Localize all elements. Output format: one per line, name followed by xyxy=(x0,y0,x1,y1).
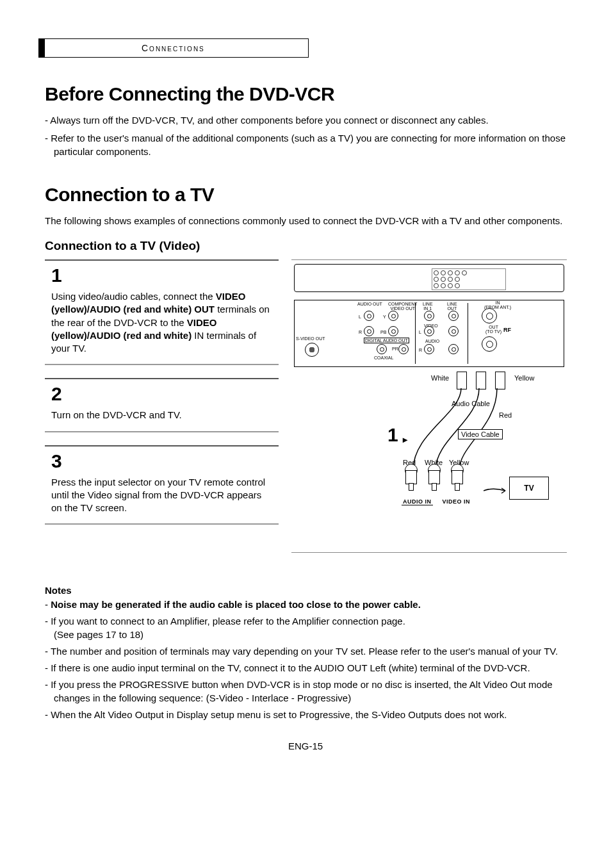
label-white-top: White xyxy=(431,374,449,382)
audio-out-r-jack xyxy=(364,326,374,336)
label-line-out: LINE OUT xyxy=(447,302,457,311)
step-1-number: 1 xyxy=(51,265,272,286)
plug-bottom-yellow xyxy=(452,470,462,491)
top-plug-group xyxy=(457,372,505,389)
note-item: If you want to connect to an Amplifier, … xyxy=(45,615,566,641)
label-l: L xyxy=(359,315,361,319)
note-item: When the Alt Video Output in Display set… xyxy=(45,708,566,721)
tv-box: TV xyxy=(509,477,549,500)
label-s-video: S-VIDEO OUT xyxy=(296,336,325,341)
rf-out-jack xyxy=(482,336,497,352)
label-audio: AUDIO xyxy=(425,339,439,343)
digital-audio-jack xyxy=(377,344,387,354)
plug-bottom-red xyxy=(405,470,416,491)
step-3-number: 3 xyxy=(51,450,272,472)
label-pb: PB xyxy=(380,330,386,334)
step-1-block: 1 Using video/audio cables, connect the … xyxy=(45,259,279,365)
plug-top-yellow xyxy=(495,372,505,389)
label-audio-in: AUDIO IN xyxy=(402,498,433,505)
plug-bottom-white xyxy=(428,470,439,491)
label-r2: R xyxy=(419,348,422,352)
tv-arrow xyxy=(484,487,509,488)
following-text: The following shows examples of connecti… xyxy=(45,215,566,227)
step-marker-1: 1 xyxy=(387,424,398,446)
note-item: If you press the PROGRESSIVE button when… xyxy=(45,678,566,705)
cable-area: 1 Audio Cable Red Video Cable Red White … xyxy=(387,388,560,491)
label-yellow-top: Yellow xyxy=(514,374,534,382)
intro-bullet: Refer to the user's manual of the additi… xyxy=(45,132,566,158)
step-2-text: Turn on the DVD-VCR and TV. xyxy=(51,409,272,422)
section-tab: Connections xyxy=(38,38,309,58)
note-item: Noise may be generated if the audio cabl… xyxy=(45,598,566,611)
label-r: R xyxy=(359,330,362,334)
note-item: The number and position of terminals may… xyxy=(45,645,566,658)
label-out-to-tv: OUT (TO TV) xyxy=(485,325,501,334)
heading-before-connecting: Before Connecting the DVD-VCR xyxy=(45,83,566,105)
s-video-jack xyxy=(305,343,319,357)
label-component: COMPONENT VIDEO OUT xyxy=(388,302,418,311)
line-in1-audio-l-jack xyxy=(424,326,434,336)
label-audio-out: AUDIO OUT xyxy=(357,302,382,306)
label-line-in1: LINE IN 1 xyxy=(423,302,433,311)
step-1-text-pre: Using video/audio cables, connect the xyxy=(51,291,216,302)
step-3-text: Press the input selector on your TV remo… xyxy=(51,476,272,515)
audio-out-l-jack xyxy=(364,311,374,321)
notes-list: Noise may be generated if the audio cabl… xyxy=(45,598,566,721)
intro-bullet: Always turn off the DVD-VCR, TV, and oth… xyxy=(45,114,566,127)
line-in1-video-jack xyxy=(424,311,434,321)
dvd-vcr-front xyxy=(294,264,564,292)
note-bold: Noise may be generated if the audio cabl… xyxy=(51,599,421,610)
label-red-mid: Red xyxy=(499,411,512,419)
line-out-audio-r-jack xyxy=(448,344,459,354)
label-coaxial: COAXIAL xyxy=(374,356,393,360)
line-in1-audio-r-jack xyxy=(424,344,434,354)
sub-heading-video: Connection to a TV (Video) xyxy=(45,239,566,253)
rf-in-jack xyxy=(482,308,497,323)
line-out-audio-l-jack xyxy=(448,326,459,336)
notes-heading: Notes xyxy=(45,585,566,596)
step-1-text: Using video/audio cables, connect the VI… xyxy=(51,290,272,355)
label-video-in-tv: VIDEO IN xyxy=(443,498,471,505)
label-video-cable: Video Cable xyxy=(458,429,503,439)
component-pr-jack xyxy=(398,344,409,354)
heading-connection-tv: Connection to a TV xyxy=(45,184,566,206)
connection-diagram: S-VIDEO OUT AUDIO OUT COMPONENT VIDEO OU… xyxy=(291,264,567,546)
label-pr: PR xyxy=(392,347,398,351)
label-y: Y xyxy=(383,315,386,319)
component-pb-jack xyxy=(388,326,398,336)
label-audio-cable: Audio Cable xyxy=(452,400,490,407)
page-number: ENG-15 xyxy=(45,741,566,751)
line-out-video-jack xyxy=(448,311,459,321)
plug-top-red xyxy=(476,372,486,389)
section-tab-text: Connections xyxy=(142,43,205,53)
component-y-jack xyxy=(388,311,398,321)
step-2-block: 2 Turn on the DVD-VCR and TV. xyxy=(45,378,279,432)
plug-top-white xyxy=(457,372,467,389)
step-2-number: 2 xyxy=(51,383,272,405)
bottom-plug-group xyxy=(405,470,462,491)
label-l2: L xyxy=(419,330,421,334)
step-3-block: 3 Press the input selector on your TV re… xyxy=(45,445,279,525)
label-rf: RF xyxy=(503,327,511,333)
tv-input-labels: AUDIO IN VIDEO IN xyxy=(402,498,470,505)
dvd-vcr-rear-panel: S-VIDEO OUT AUDIO OUT COMPONENT VIDEO OU… xyxy=(294,300,564,367)
note-item: If there is one audio input terminal on … xyxy=(45,662,566,675)
label-digital-audio: DIGITAL AUDIO OUT xyxy=(364,338,409,343)
intro-bullet-list: Always turn off the DVD-VCR, TV, and oth… xyxy=(45,114,566,158)
